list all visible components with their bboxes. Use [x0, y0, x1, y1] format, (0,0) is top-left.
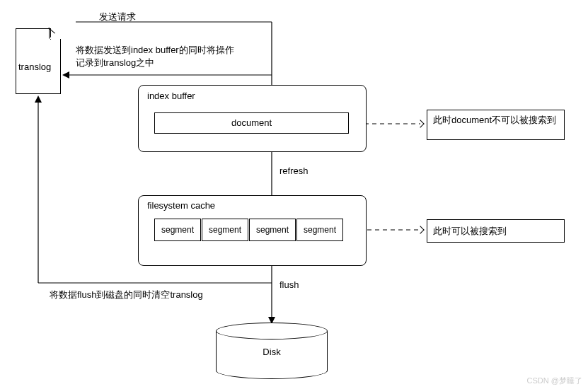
arrow-clear-translog	[35, 95, 42, 103]
label-flush: flush	[279, 279, 299, 290]
box-document: document	[154, 112, 349, 134]
label-disk: Disk	[216, 347, 328, 357]
arrow-note-searchable	[416, 226, 424, 233]
label-document: document	[231, 117, 272, 128]
label-flush-note: 将数据flush到磁盘的同时清空translog	[50, 289, 205, 301]
label-send-request: 发送请求	[99, 11, 136, 23]
arrow-into-translog	[62, 71, 69, 79]
label-note-searchable: 此时可以被搜索到	[433, 226, 507, 236]
label-translog: translog	[18, 62, 51, 72]
arrow-note-doc	[416, 120, 424, 127]
label-index-buffer: index buffer	[147, 91, 195, 101]
box-note-unsearchable: 此时document不可以被搜索到	[427, 110, 565, 140]
box-segment-1: segment	[154, 219, 201, 241]
box-segment-2: segment	[202, 219, 248, 241]
box-segment-3: segment	[249, 219, 296, 241]
box-segment-4: segment	[296, 219, 343, 241]
box-note-searchable: 此时可以被搜索到	[427, 219, 565, 243]
label-refresh: refresh	[279, 166, 308, 176]
cylinder-disk: Disk	[216, 323, 328, 375]
label-send-to-index-buffer: 将数据发送到index buffer的同时将操作记录到translog之中	[76, 44, 235, 69]
label-note-unsearchable: 此时document不可以被搜索到	[433, 115, 556, 125]
watermark: CSDN @梦睡了	[527, 376, 582, 386]
label-filesystem-cache: filesystem cache	[147, 200, 215, 211]
